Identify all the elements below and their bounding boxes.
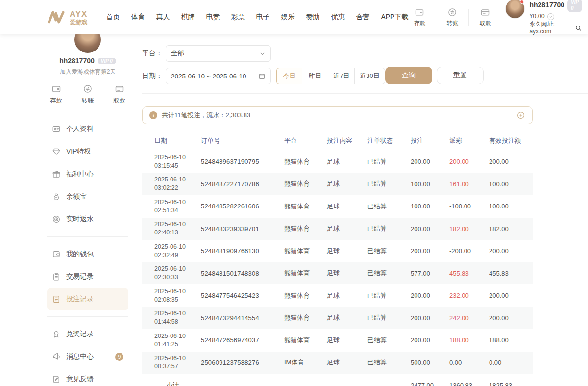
table-row[interactable]: 2025-06-1003:15:45 5248489637190795 熊猫体育… [142, 151, 533, 173]
header-action-转账[interactable]: 转账 [441, 7, 464, 27]
feedback-icon [52, 375, 61, 384]
date-range-input[interactable]: 2025-06-10 ~ 2025-06-10 [166, 68, 271, 84]
platform-selected-value: 全部 [171, 49, 184, 58]
table-row[interactable]: 2025-06-1001:41:25 5248472656974037 熊猫体育… [142, 329, 533, 352]
balance-refresh-icon[interactable] [547, 13, 554, 20]
range-button-昨日[interactable]: 昨日 [302, 68, 328, 84]
sidebar-item-我的钱包[interactable]: 我的钱包 [47, 243, 128, 265]
sidebar-quick-转账[interactable]: 转账 [82, 84, 94, 105]
column-header: 投注内容 [327, 136, 368, 145]
sidebar-menu: 个人资料VIP特权福利中心余额宝实时返水我的钱包交易记录投注记录兑奖记录消息中心… [47, 115, 128, 386]
column-header: 日期 [154, 136, 201, 145]
header-action-取款[interactable]: 取款 [474, 7, 496, 27]
search-button[interactable]: 查询 [385, 67, 432, 84]
column-header: 有效投注额 [489, 136, 533, 145]
table-row[interactable]: 2025-06-1003:02:22 5248487227170786 熊猫体育… [142, 173, 533, 196]
sidebar-item-兑奖记录[interactable]: 兑奖记录 [47, 323, 128, 345]
quick-range-group: 今日昨日近7日近30日 [277, 68, 385, 84]
table-row[interactable]: 2025-06-1002:08:35 5248477546425423 熊猫体育… [142, 284, 533, 307]
table-row[interactable]: 2025-06-1002:40:13 5248483239339701 熊猫体育… [142, 218, 533, 240]
nav-item[interactable]: 合营 [356, 13, 369, 22]
range-button-近30日[interactable]: 近30日 [355, 68, 385, 84]
brand-subname: 爱游戏 [70, 19, 87, 25]
summary-text: 共计11笔投注，流水：2,303.83 [162, 111, 250, 120]
divider [436, 9, 436, 26]
sidebar-quick-取款[interactable]: 取款 [113, 84, 125, 105]
user-menu[interactable]: hh2817700 VIP 0 ¥0.00 永久网址: ayx.com [505, 0, 582, 35]
subtotal-label: 小计 [154, 381, 201, 386]
diamond-icon [52, 147, 61, 156]
gift-icon [52, 170, 61, 179]
avatar[interactable] [505, 0, 525, 19]
reset-button[interactable]: 重置 [437, 67, 484, 84]
expand-circle-icon[interactable] [516, 111, 525, 120]
nav-item[interactable]: 电子 [256, 13, 270, 22]
subtotal-row: 小计 —— —— 2477.00 1360.83 1825.83 [142, 374, 533, 386]
date-label: 日期： [142, 72, 166, 80]
date-range-value: 2025-06-10 ~ 2025-06-10 [171, 73, 246, 80]
range-button-近7日[interactable]: 近7日 [328, 68, 355, 84]
transfer-icon [447, 7, 457, 17]
info-icon: i [149, 111, 157, 119]
search-icon[interactable] [575, 25, 582, 32]
nav-item[interactable]: 电竞 [206, 13, 220, 22]
sidebar-item-VIP特权[interactable]: VIP特权 [47, 140, 128, 163]
deposit-wallet-icon [415, 7, 424, 17]
platform-label: 平台： [142, 49, 166, 58]
header-action-存款[interactable]: 存款 [408, 7, 431, 27]
nav-item[interactable]: 棋牌 [181, 13, 195, 22]
range-button-今日[interactable]: 今日 [276, 68, 302, 84]
sidebar-item-余额宝[interactable]: 余额宝 [47, 185, 128, 208]
divider [468, 9, 469, 26]
wallet-icon [52, 250, 61, 258]
column-header: 订单号 [201, 136, 284, 145]
nav-item[interactable]: 彩票 [231, 13, 245, 22]
transfer-icon [83, 84, 93, 94]
sidebar-item-福利中心[interactable]: 福利中心 [47, 163, 128, 185]
calendar-icon [258, 73, 266, 80]
nav-item[interactable]: 真人 [156, 13, 170, 22]
deposit-wallet-icon [51, 84, 61, 94]
nav-item[interactable]: 优惠 [331, 13, 344, 22]
sidebar-item-个人资料[interactable]: 个人资料 [47, 118, 128, 140]
notification-dot [520, 0, 524, 4]
table-row[interactable]: 2025-06-1001:44:58 5248473294414554 熊猫体育… [142, 307, 533, 330]
brand-name: AYX [70, 10, 87, 18]
platform-select[interactable]: 全部 [166, 45, 271, 62]
unread-badge: 9 [115, 353, 123, 361]
nav-item[interactable]: 首页 [106, 13, 120, 22]
id-card-icon [52, 125, 61, 133]
subtotal-content-dash: —— [327, 382, 368, 386]
nav-item[interactable]: 赞助 [306, 13, 319, 22]
sidebar-item-意见反馈[interactable]: 意见反馈 [47, 368, 128, 386]
vip-badge: VIP 0 [567, 0, 582, 12]
table-row[interactable]: 2025-06-1002:30:33 5248481501748308 熊猫体育… [142, 262, 533, 285]
withdraw-card-icon [480, 7, 490, 17]
main-content: 平台： 全部 日期： 2025-06-10 ~ 2025-06-10 今日昨日近… [133, 34, 588, 386]
summary-bar: i 共计11笔投注，流水：2,303.83 [142, 106, 533, 124]
join-days-text: 加入爱游戏体育第2天 [47, 68, 128, 76]
rebate-icon [52, 215, 61, 224]
column-header: 派彩 [449, 136, 489, 145]
brand-logo[interactable]: AYX 爱游戏 [47, 9, 87, 26]
nav-item[interactable]: 体育 [131, 13, 145, 22]
sidebar-item-交易记录[interactable]: 交易记录 [47, 265, 128, 288]
divider [47, 316, 128, 317]
table-row[interactable]: 2025-06-1002:51:34 5248485282261606 熊猫体育… [142, 195, 533, 218]
sidebar-item-实时返水[interactable]: 实时返水 [47, 208, 128, 231]
nav-item[interactable]: APP下载 [381, 13, 408, 22]
sidebar-quick-存款[interactable]: 存款 [50, 84, 62, 105]
table-row[interactable]: 2025-06-1000:37:57 2506091237588276 IM体育… [142, 352, 533, 374]
sidebar-vip-badge: VIP 0 [98, 58, 116, 64]
nav-item[interactable]: 娱乐 [281, 13, 294, 22]
sidebar-item-投注记录[interactable]: 投注记录 [47, 288, 128, 310]
subtotal-platform-dash: —— [284, 382, 327, 386]
top-header: AYX 爱游戏 首页体育真人棋牌电竞彩票电子娱乐赞助优惠合营APP下载 存款转账… [0, 0, 588, 34]
money-pot-icon [52, 192, 61, 201]
clipboard-icon [52, 272, 61, 281]
prize-icon [52, 330, 61, 338]
subtotal-valid: 1825.83 [489, 382, 533, 386]
filter-panel: 平台： 全部 日期： 2025-06-10 ~ 2025-06-10 今日昨日近… [142, 45, 588, 94]
table-row[interactable]: 2025-06-1002:32:49 5248481909766130 熊猫体育… [142, 240, 533, 262]
sidebar-item-消息中心[interactable]: 消息中心9 [47, 345, 128, 368]
